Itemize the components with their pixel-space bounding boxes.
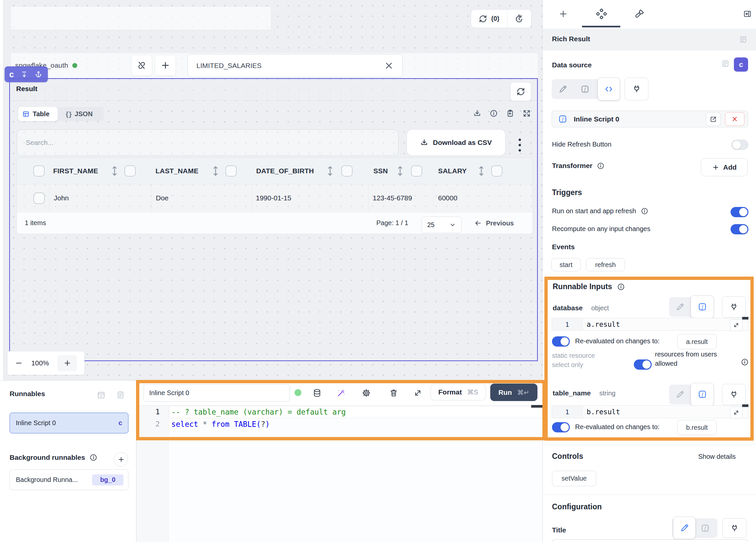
recompute-toggle[interactable] (731, 224, 748, 234)
arrow-left-icon (474, 219, 482, 227)
code-mode-button[interactable] (598, 78, 620, 100)
title-input[interactable] (552, 539, 748, 542)
column-toggle[interactable] (491, 165, 502, 177)
component-id-chip[interactable]: c (734, 57, 748, 72)
select-all-checkbox[interactable] (33, 165, 45, 177)
more-options-button[interactable] (518, 139, 521, 152)
static-mode-button[interactable] (673, 517, 696, 539)
cell-date-of-birth: 1990-01-15 (256, 194, 291, 202)
event-pill-refresh[interactable]: refresh (586, 258, 625, 271)
copy-result-icon[interactable] (506, 109, 514, 118)
add-transformer-button[interactable]: Add (701, 158, 748, 176)
tab-table[interactable]: Table (18, 107, 58, 121)
selection-tag[interactable]: c (5, 66, 48, 82)
row-checkbox[interactable] (33, 192, 45, 204)
trigger-row1-label: Run on start and app refresh (552, 207, 636, 215)
previous-label: Previous (486, 220, 514, 227)
column-header[interactable]: DATE_OF_BIRTH (256, 167, 314, 175)
zoom-in-button[interactable] (57, 355, 77, 371)
highlight-box-runnable-inputs (544, 277, 754, 441)
app-refresh-button[interactable]: (0) (471, 10, 507, 28)
app-canvas[interactable]: snowflake_oauth LIMITED_SALARIES (3, 0, 542, 380)
sort-icon[interactable] (326, 165, 334, 177)
column-header[interactable]: SALARY (438, 167, 467, 175)
setvalue-pill[interactable]: setValue (552, 471, 596, 486)
tab-components-icon[interactable] (596, 8, 607, 20)
function-icon[interactable]: f (701, 524, 709, 532)
plug-icon (730, 524, 739, 532)
column-header[interactable]: LAST_NAME (155, 167, 198, 175)
runnable-item-inline-script[interactable]: Inline Script 0 c (10, 413, 128, 433)
column-header[interactable]: SSN (373, 167, 388, 175)
component-id-badge: c (9, 70, 14, 79)
download-csv-button[interactable]: Download as CSV (407, 129, 505, 156)
page-size-select[interactable]: 25 (422, 217, 462, 233)
download-icon[interactable] (473, 109, 481, 118)
plus-icon (712, 164, 719, 171)
cell-salary: 60000 (438, 194, 457, 202)
column-toggle[interactable] (124, 165, 136, 177)
datasource-script-item[interactable]: f Inline Script 0 (552, 111, 748, 127)
archive-icon[interactable] (97, 390, 106, 399)
table-name-input[interactable]: LIMITED_SALARIES (188, 54, 403, 77)
result-refresh-button[interactable] (510, 82, 531, 101)
column-header[interactable]: FIRST_NAME (53, 167, 98, 175)
function-blue-icon: f (558, 115, 567, 123)
static-pencil-icon[interactable] (559, 85, 567, 93)
triggers-title: Triggers (552, 188, 582, 197)
function-icon[interactable]: f (581, 85, 589, 93)
background-runnable-item[interactable]: Background Runna... bg_0 (10, 469, 128, 490)
column-toggle[interactable] (411, 165, 422, 177)
tab-insert-plus-icon[interactable] (558, 9, 568, 19)
download-csv-label: Download as CSV (433, 139, 492, 147)
sort-icon[interactable] (212, 165, 219, 177)
transformer-title: Transformer (552, 162, 593, 170)
component-placeholder[interactable] (11, 7, 271, 29)
result-header (10, 79, 537, 101)
zoom-out-button[interactable] (15, 359, 23, 367)
refresh-count: (0) (491, 15, 499, 22)
sort-icon[interactable] (478, 165, 485, 177)
chevron-down-icon (449, 221, 456, 228)
open-script-button[interactable] (706, 112, 721, 126)
tab-styling-brush-icon[interactable] (634, 8, 645, 19)
event-pill-start[interactable]: start (551, 258, 581, 271)
hide-refresh-toggle[interactable] (731, 140, 748, 150)
anchor-icon[interactable] (35, 71, 42, 78)
column-toggle[interactable] (225, 165, 237, 177)
show-details-link[interactable]: Show details (698, 453, 736, 460)
docs-icon[interactable] (739, 35, 747, 44)
add-background-runnable-button[interactable] (114, 452, 128, 466)
remove-script-button[interactable] (725, 112, 744, 126)
previous-page-button[interactable]: Previous (474, 219, 514, 227)
expand-icon[interactable] (523, 109, 531, 118)
cell-first-name: John (54, 194, 69, 202)
column-toggle[interactable] (341, 165, 353, 177)
sort-icon[interactable] (396, 165, 404, 177)
history-button[interactable] (507, 10, 531, 28)
selected-component-rich-result[interactable]: Result Table (9, 78, 538, 361)
sort-icon[interactable] (111, 165, 118, 177)
resource-connected-dot (72, 63, 77, 68)
plus-icon (160, 60, 170, 70)
collapse-panel-icon[interactable] (743, 10, 752, 18)
connect-mode-button[interactable] (625, 78, 648, 100)
run-on-start-toggle[interactable] (731, 207, 748, 217)
tab-json[interactable]: { } JSON (58, 110, 93, 118)
expand-down-icon[interactable] (20, 71, 28, 78)
right-sidebar: Rich Result Data source c (542, 0, 756, 542)
runnable-item-label: Inline Script 0 (16, 419, 56, 427)
add-component-button[interactable] (155, 55, 176, 76)
refresh-icon (479, 15, 487, 23)
doc-icon[interactable] (116, 390, 125, 399)
background-runnable-label: Background Runna... (16, 476, 78, 484)
cell-last-name: Doe (156, 194, 169, 202)
info-icon[interactable] (490, 109, 498, 118)
connect-mode-button[interactable] (722, 518, 746, 538)
title-field-label: Title (552, 526, 566, 534)
canvas-zoom-bar: 100% (7, 351, 85, 375)
search-input[interactable]: Search... (17, 129, 398, 156)
unlink-button[interactable] (131, 55, 152, 76)
clear-input-icon[interactable] (384, 61, 394, 71)
docs-icon[interactable] (721, 59, 730, 68)
